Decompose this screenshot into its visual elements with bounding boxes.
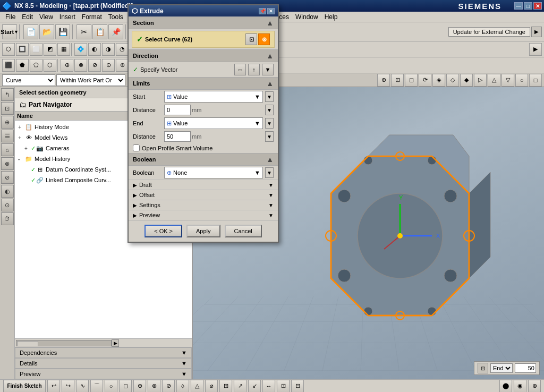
- start-dropdown-button[interactable]: Start ▼: [2, 24, 17, 39]
- new-button[interactable]: 📄: [23, 24, 38, 39]
- copy-button[interactable]: 📋: [92, 24, 107, 39]
- open-button[interactable]: 📂: [39, 24, 54, 39]
- end-distance-display[interactable]: ⊡ End: [474, 361, 540, 375]
- model-btn-9[interactable]: ⊚: [116, 59, 129, 72]
- snap-btn-6[interactable]: ◇: [446, 74, 459, 87]
- end-type-select[interactable]: End: [490, 363, 513, 373]
- model-btn-7[interactable]: ⊘: [88, 59, 101, 72]
- side-icon-8[interactable]: ◐: [1, 185, 14, 198]
- minimize-button[interactable]: —: [514, 2, 523, 10]
- finish-sketch-btn[interactable]: Finish Sketch: [3, 380, 46, 393]
- boolean-collapse-icon[interactable]: ▲: [266, 155, 274, 164]
- end-type-select-dialog[interactable]: ⊞ Value ▼: [164, 117, 263, 129]
- view-btn-5[interactable]: ▦: [57, 43, 70, 56]
- bottom-btn-10[interactable]: ◊: [176, 380, 189, 393]
- start-type-select[interactable]: ⊞ Value ▼: [164, 91, 263, 103]
- boolean-scroll-button[interactable]: ▼: [265, 167, 274, 178]
- snap-btn-10[interactable]: ▽: [502, 74, 514, 87]
- settings-section-header[interactable]: ▶ Settings ▼: [129, 200, 278, 210]
- expand-model-history[interactable]: -: [18, 156, 24, 162]
- menu-tools[interactable]: Tools: [105, 12, 126, 22]
- side-icon-1[interactable]: ↰: [1, 88, 14, 101]
- side-icon-5[interactable]: ⌂: [1, 143, 14, 156]
- side-icon-6[interactable]: ⊗: [1, 157, 14, 170]
- menu-file[interactable]: File: [2, 12, 19, 22]
- snap-btn-5[interactable]: ◈: [432, 74, 445, 87]
- dialog-window-controls[interactable]: 📌 ✕: [259, 8, 275, 14]
- end-scroll-button[interactable]: ▼: [265, 118, 274, 129]
- start-distance-scroll-button[interactable]: ▼: [265, 105, 274, 115]
- apply-button[interactable]: Apply: [186, 225, 220, 237]
- save-button[interactable]: 💾: [55, 24, 70, 39]
- menu-help[interactable]: Help: [321, 12, 341, 22]
- close-button[interactable]: ✕: [533, 2, 542, 10]
- side-icon-10[interactable]: ⏱: [1, 212, 14, 225]
- model-btn-3[interactable]: ⬠: [30, 59, 42, 72]
- maximize-button[interactable]: □: [524, 2, 532, 10]
- expand-history-mode[interactable]: +: [18, 124, 24, 130]
- boolean-select[interactable]: ⊕ None ▼: [164, 167, 263, 178]
- bottom-right-btn-2[interactable]: ◉: [514, 380, 526, 393]
- select-curve-method-button[interactable]: ⊡: [245, 33, 257, 45]
- render-btn-2[interactable]: ◐: [88, 43, 101, 56]
- bottom-btn-7[interactable]: ⊕: [133, 380, 146, 393]
- render-btn-4[interactable]: ◔: [116, 43, 129, 56]
- more-tools-button[interactable]: ▶: [531, 27, 542, 37]
- menu-insert[interactable]: Insert: [56, 12, 79, 22]
- end-distance-scroll-button[interactable]: ▼: [265, 131, 274, 142]
- bottom-btn-14[interactable]: ↗: [234, 380, 246, 393]
- open-profile-checkbox[interactable]: [133, 144, 140, 151]
- end-distance-input[interactable]: [164, 131, 191, 142]
- scroll-right-button[interactable]: ▶: [112, 339, 119, 347]
- start-distance-input[interactable]: [164, 105, 191, 115]
- menu-view[interactable]: View: [36, 12, 56, 22]
- bottom-btn-12[interactable]: ⌀: [205, 380, 218, 393]
- scrollbar-track[interactable]: [16, 340, 112, 346]
- cut-button[interactable]: ✂: [76, 24, 91, 39]
- bottom-btn-3[interactable]: ∿: [76, 380, 89, 393]
- offset-section-header[interactable]: ▶ Offset ▼: [129, 190, 278, 200]
- snap-btn-9[interactable]: △: [488, 74, 500, 87]
- details-panel-header[interactable]: Details ▼: [15, 358, 192, 369]
- snap-btn-8[interactable]: ▷: [474, 74, 487, 87]
- view-btn-2[interactable]: 🔲: [16, 43, 29, 56]
- side-icon-3[interactable]: ⊕: [1, 116, 14, 129]
- snap-btn-12[interactable]: □: [529, 74, 542, 87]
- view-btn-3[interactable]: ⬜: [30, 43, 42, 56]
- model-btn-5[interactable]: ⊕: [61, 59, 73, 72]
- bottom-right-btn-3[interactable]: ⊛: [528, 380, 541, 393]
- bottom-btn-17[interactable]: ⊡: [277, 380, 290, 393]
- bottom-btn-18[interactable]: ⊟: [291, 380, 304, 393]
- paste-button[interactable]: 📌: [108, 24, 123, 39]
- preview-section-header[interactable]: ▶ Preview ▼: [129, 210, 278, 220]
- update-external-button[interactable]: Update for External Change: [448, 27, 530, 37]
- snap-btn-1[interactable]: ⊕: [377, 74, 390, 87]
- bottom-btn-15[interactable]: ↙: [248, 380, 261, 393]
- render-btn-1[interactable]: 💠: [74, 43, 87, 56]
- vector-more-button[interactable]: ▼: [262, 64, 274, 75]
- bottom-btn-5[interactable]: ○: [105, 380, 117, 393]
- bottom-btn-1[interactable]: ↩: [47, 380, 60, 393]
- snap-btn-11[interactable]: ○: [515, 74, 528, 87]
- snap-btn-7[interactable]: ◆: [460, 74, 473, 87]
- select-curve-active-button[interactable]: ⊛: [258, 33, 270, 45]
- model-btn-4[interactable]: ⬡: [44, 59, 56, 72]
- bottom-btn-2[interactable]: ↪: [62, 380, 74, 393]
- scrollbar-thumb[interactable]: [17, 341, 38, 346]
- window-controls[interactable]: — □ ✕: [514, 2, 542, 10]
- model-btn-2[interactable]: ⬟: [16, 59, 29, 72]
- bottom-btn-16[interactable]: ↔: [262, 380, 275, 393]
- preview-panel-header[interactable]: Preview ▼: [15, 369, 192, 379]
- side-icon-7[interactable]: ⊘: [1, 171, 14, 184]
- vector-infer-button[interactable]: ↑: [248, 64, 260, 75]
- curve-type-select[interactable]: Curve: [2, 74, 55, 86]
- boolean-section-header[interactable]: Boolean ▲: [129, 153, 278, 166]
- side-icon-4[interactable]: ☰: [1, 130, 14, 142]
- side-icon-9[interactable]: ⊙: [1, 199, 14, 211]
- limits-section-header[interactable]: Limits ▲: [129, 77, 278, 90]
- bottom-btn-9[interactable]: ⊘: [162, 380, 175, 393]
- start-scroll-button[interactable]: ▼: [265, 91, 274, 102]
- bottom-btn-8[interactable]: ⊗: [148, 380, 160, 393]
- section-collapse-icon[interactable]: ▲: [266, 19, 274, 27]
- model-btn-1[interactable]: ⬛: [2, 59, 15, 72]
